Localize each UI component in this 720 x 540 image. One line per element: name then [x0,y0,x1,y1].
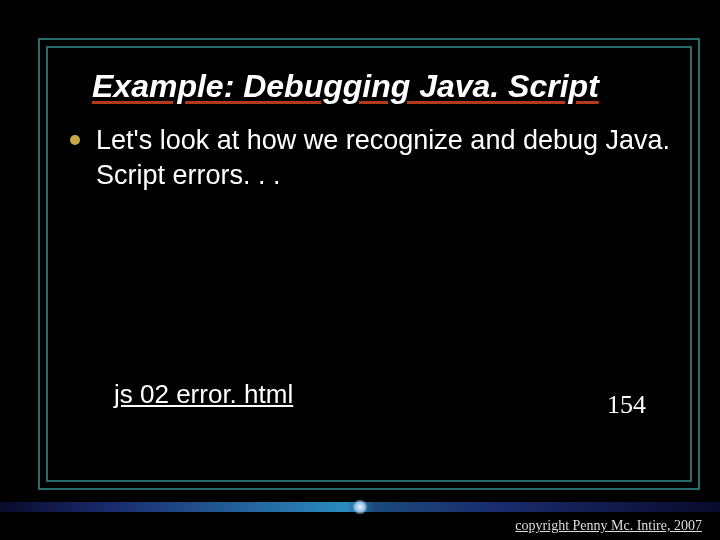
page-number: 154 [607,390,646,420]
copyright-text: copyright Penny Mc. Intire, 2007 [515,518,702,534]
decorative-glow [352,499,368,515]
file-link[interactable]: js 02 error. html [114,379,293,410]
bullet-list: Let's look at how we recognize and debug… [62,123,672,193]
bullet-text: Let's look at how we recognize and debug… [96,125,670,190]
slide-content: Example: Debugging Java. Script Let's lo… [62,58,672,462]
slide-title: Example: Debugging Java. Script [92,68,672,105]
bullet-icon [70,135,80,145]
slide-frame: Example: Debugging Java. Script Let's lo… [8,8,712,502]
list-item: Let's look at how we recognize and debug… [62,123,672,193]
